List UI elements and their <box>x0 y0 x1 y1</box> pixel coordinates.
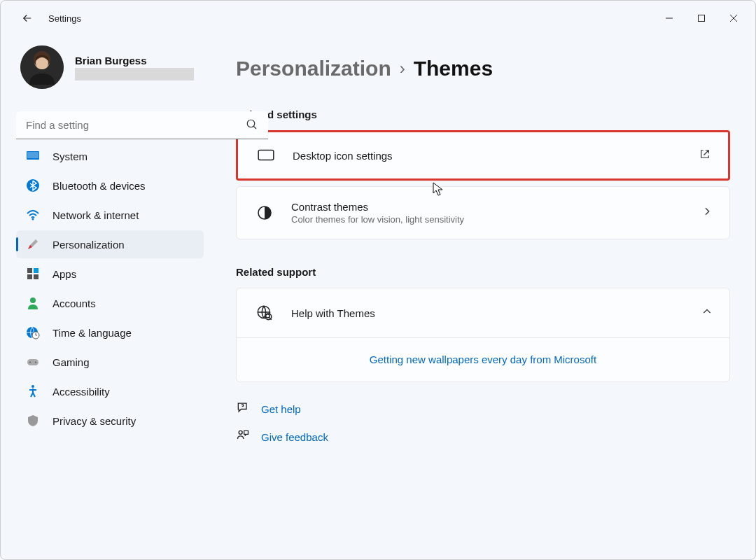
svg-rect-17 <box>34 274 38 279</box>
sidebar: Brian Burgess System Bluetooth & devices… <box>1 36 211 559</box>
desktop-icon <box>255 146 277 164</box>
sidebar-item-apps[interactable]: Apps <box>16 260 204 288</box>
section-heading-related-support: Related support <box>236 266 730 278</box>
person-icon <box>26 296 40 310</box>
main-content: Personalization › Themes Related setting… <box>211 36 755 559</box>
sidebar-item-bluetooth[interactable]: Bluetooth & devices <box>16 172 204 200</box>
sidebar-item-time[interactable]: Time & language <box>16 318 204 346</box>
give-feedback-link[interactable]: Give feedback <box>236 428 730 445</box>
sidebar-item-label: Accounts <box>52 298 96 309</box>
wallpapers-link[interactable]: Getting new wallpapers every day from Mi… <box>370 354 596 365</box>
svg-point-22 <box>29 362 31 363</box>
maximize-icon <box>697 14 706 22</box>
maximize-button[interactable] <box>685 4 718 32</box>
minimize-button[interactable] <box>653 4 685 32</box>
profile-email-redacted <box>75 68 194 80</box>
svg-point-23 <box>35 362 36 363</box>
sidebar-item-label: Personalization <box>52 239 125 251</box>
close-icon <box>729 14 738 22</box>
avatar <box>20 46 64 89</box>
give-feedback-label: Give feedback <box>261 431 328 443</box>
sidebar-item-personalization[interactable]: Personalization <box>16 230 204 258</box>
breadcrumb: Personalization › Themes <box>236 57 730 80</box>
chevron-right-icon: › <box>400 59 405 78</box>
search-icon <box>246 118 258 134</box>
globe-search-icon <box>253 304 276 322</box>
card-subtitle: Color themes for low vision, light sensi… <box>291 214 701 225</box>
window-title: Settings <box>48 13 81 24</box>
close-button[interactable] <box>718 4 750 32</box>
svg-point-31 <box>239 430 242 434</box>
sidebar-item-label: Privacy & security <box>52 415 136 427</box>
card-title: Help with Themes <box>291 307 701 319</box>
title-bar: Settings <box>1 1 755 36</box>
wallpapers-link-row[interactable]: Getting new wallpapers every day from Mi… <box>237 337 729 382</box>
sidebar-item-label: Gaming <box>52 356 90 368</box>
gamepad-icon <box>26 355 40 369</box>
svg-rect-11 <box>27 152 38 158</box>
back-button[interactable] <box>13 4 41 32</box>
search-box[interactable] <box>16 111 268 139</box>
svg-line-9 <box>253 126 256 129</box>
minimize-icon <box>665 14 673 22</box>
get-help-link[interactable]: Get help <box>236 400 730 417</box>
chevron-up-icon <box>701 306 713 320</box>
sidebar-item-label: Bluetooth & devices <box>52 180 146 192</box>
sidebar-item-label: System <box>52 150 88 162</box>
chevron-right-icon <box>701 206 713 220</box>
paintbrush-icon <box>26 237 40 251</box>
nav: System Bluetooth & devices Network & int… <box>16 142 204 435</box>
svg-rect-16 <box>27 274 32 279</box>
help-chat-icon <box>236 400 250 417</box>
breadcrumb-parent[interactable]: Personalization <box>236 57 391 80</box>
svg-rect-25 <box>258 150 274 160</box>
apps-icon <box>26 267 40 281</box>
sidebar-item-accessibility[interactable]: Accessibility <box>16 377 204 405</box>
svg-point-8 <box>247 120 255 127</box>
display-icon <box>26 149 40 163</box>
arrow-left-icon <box>21 12 34 24</box>
globe-clock-icon <box>26 326 40 340</box>
sidebar-item-system[interactable]: System <box>16 142 204 170</box>
sidebar-item-accounts[interactable]: Accounts <box>16 289 204 317</box>
accessibility-icon <box>26 384 40 398</box>
sidebar-item-label: Network & internet <box>52 209 139 221</box>
card-title: Desktop icon settings <box>293 150 699 162</box>
sidebar-item-label: Apps <box>52 268 76 280</box>
profile-block[interactable]: Brian Burgess <box>16 46 204 89</box>
svg-point-18 <box>30 298 36 303</box>
wifi-icon <box>26 208 40 222</box>
shield-icon <box>26 414 40 428</box>
svg-rect-1 <box>699 15 705 22</box>
get-help-label: Get help <box>261 403 301 415</box>
card-help-with-themes: Help with Themes Getting new wallpapers … <box>236 288 730 382</box>
svg-rect-21 <box>27 359 38 365</box>
search-input[interactable] <box>16 111 268 139</box>
card-contrast-themes[interactable]: Contrast themes Color themes for low vis… <box>236 186 730 239</box>
card-desktop-icon-settings[interactable]: Desktop icon settings <box>236 130 730 181</box>
card-title: Contrast themes <box>291 201 701 213</box>
svg-rect-14 <box>27 268 32 273</box>
sidebar-item-label: Time & language <box>52 327 132 339</box>
profile-name: Brian Burgess <box>75 55 194 66</box>
feedback-icon <box>236 428 250 445</box>
help-themes-toggle[interactable]: Help with Themes <box>237 288 729 337</box>
external-link-icon <box>699 148 711 163</box>
svg-rect-15 <box>34 268 38 273</box>
sidebar-item-label: Accessibility <box>52 386 110 398</box>
sidebar-item-network[interactable]: Network & internet <box>16 201 204 229</box>
section-heading-related-settings: Related settings <box>236 108 730 120</box>
sidebar-item-privacy[interactable]: Privacy & security <box>16 407 204 435</box>
svg-point-13 <box>32 218 34 220</box>
contrast-icon <box>253 204 276 221</box>
sidebar-item-gaming[interactable]: Gaming <box>16 348 204 376</box>
bluetooth-icon <box>26 178 40 192</box>
svg-point-24 <box>31 385 34 388</box>
window-controls <box>653 4 750 32</box>
page-title: Themes <box>414 57 493 80</box>
